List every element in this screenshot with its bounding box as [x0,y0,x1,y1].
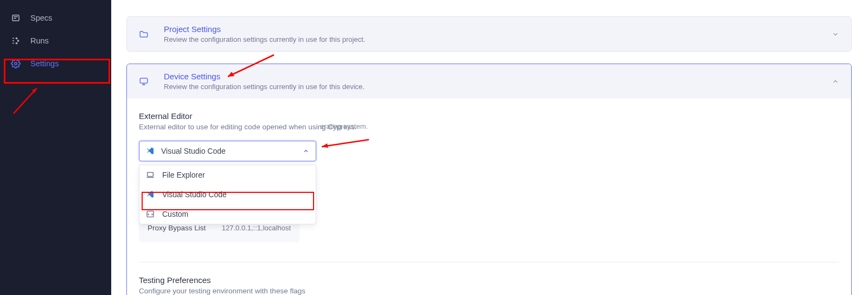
device-settings-title: Device Settings [164,72,832,81]
external-editor-title: External Editor [139,111,839,121]
sidebar: Specs Runs Settings [0,0,111,295]
editor-select-wrap: Visual Studio Code File Explorer [139,141,316,161]
device-settings-panel: Device Settings Review the configuration… [126,64,852,295]
editor-selected-label: Visual Studio Code [161,147,296,155]
svg-point-2 [17,40,18,41]
project-settings-title: Project Settings [164,24,832,34]
sidebar-item-settings[interactable]: Settings [0,52,111,75]
proxy-bypass-label: Proxy Bypass List [148,224,206,232]
editor-option-label: File Explorer [162,171,205,179]
editor-option-label: Visual Studio Code [162,190,227,199]
device-settings-desc: Review the configuration settings curren… [164,83,832,91]
sidebar-item-label: Settings [30,59,59,68]
laptop-icon [146,171,155,179]
chevron-up-icon [832,78,839,85]
editor-option-file-explorer[interactable]: File Explorer [139,165,316,185]
editor-option-vscode[interactable]: Visual Studio Code [139,185,316,204]
svg-point-4 [15,62,17,65]
specs-icon [11,13,21,23]
code-block-icon [146,210,155,218]
testing-prefs-desc: Configure your testing environment with … [139,287,839,295]
folder-icon [139,29,149,39]
main-content: Project Settings Review the configuratio… [111,0,868,295]
chevron-down-icon [832,30,839,38]
svg-rect-5 [140,78,148,83]
device-settings-body: External Editor External editor to use f… [127,98,851,295]
vscode-icon [146,190,155,199]
editor-dropdown: File Explorer Visual Studio Code [139,165,316,224]
gear-icon [11,59,21,68]
testing-prefs-title: Testing Preferences [139,275,839,285]
sidebar-item-label: Specs [30,14,52,22]
svg-point-3 [16,42,17,43]
project-settings-header[interactable]: Project Settings Review the configuratio… [127,17,851,51]
sidebar-item-label: Runs [30,36,49,45]
project-settings-desc: Review the configuration settings curren… [164,35,832,43]
editor-option-custom[interactable]: Custom [139,204,316,224]
section-divider [139,262,839,262]
vscode-icon [146,147,155,155]
svg-point-1 [16,37,17,39]
editor-option-label: Custom [162,210,188,218]
obscured-text-fragment: erating system. [320,122,839,130]
monitor-icon [139,77,149,86]
device-settings-header[interactable]: Device Settings Review the configuration… [127,64,851,98]
sidebar-item-specs[interactable]: Specs [0,7,111,29]
editor-select[interactable]: Visual Studio Code [139,141,316,161]
chevron-up-icon [303,148,309,154]
proxy-bypass-value: 127.0.0.1,::1,localhost [222,224,291,232]
project-settings-panel: Project Settings Review the configuratio… [126,16,852,52]
svg-rect-6 [148,172,154,176]
runs-icon [11,36,21,46]
sidebar-item-runs[interactable]: Runs [0,29,111,52]
